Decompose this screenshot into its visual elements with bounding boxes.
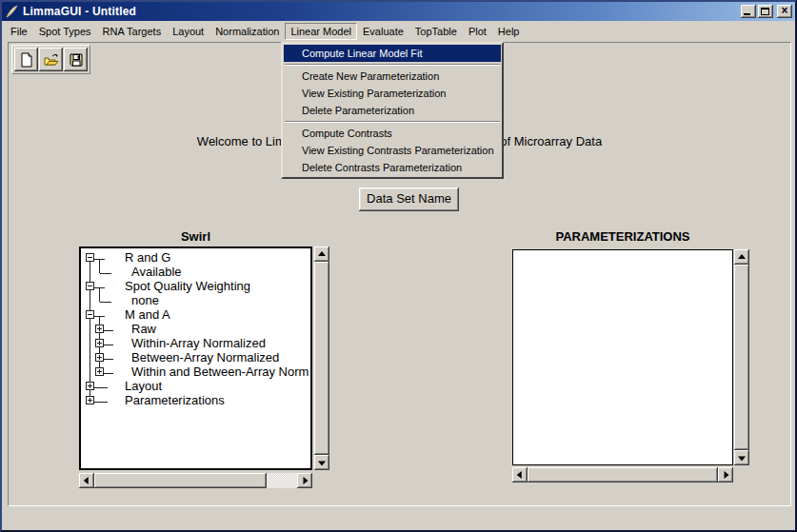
tree-expand-toggle[interactable] bbox=[86, 382, 94, 390]
tree-item[interactable]: Within and Between-Array Norm bbox=[81, 365, 310, 379]
tree-item[interactable]: Spot Quality Weighting bbox=[81, 279, 310, 293]
arrow-up-icon bbox=[738, 254, 746, 259]
app-feather-icon bbox=[5, 5, 19, 19]
maximize-icon bbox=[761, 8, 769, 15]
menu-item-delete-contrasts-parameterization[interactable]: Delete Contrasts Parameterization bbox=[284, 159, 501, 176]
menubar: File Spot Types RNA Targets Layout Norma… bbox=[2, 21, 795, 42]
data-set-name-button[interactable]: Data Set Name bbox=[359, 187, 459, 211]
parameterizations-listbox[interactable] bbox=[512, 249, 733, 465]
close-icon: × bbox=[777, 4, 792, 17]
left-horizontal-scrollbar[interactable] bbox=[79, 473, 312, 488]
arrow-left-icon bbox=[517, 471, 522, 479]
arrow-right-icon bbox=[304, 477, 309, 484]
dataset-tree-listbox[interactable]: R and G Available Spot Quality Weighting… bbox=[79, 246, 312, 470]
app-window: LimmaGUI - Untitled × File Spot Types RN… bbox=[0, 0, 797, 532]
save-floppy-icon bbox=[68, 51, 85, 69]
menu-item-view-existing-parameterization[interactable]: View Existing Parameterization bbox=[284, 85, 501, 102]
scroll-left-button[interactable] bbox=[512, 467, 528, 483]
scroll-up-button[interactable] bbox=[734, 249, 749, 265]
menu-spot-types[interactable]: Spot Types bbox=[33, 23, 97, 40]
menu-item-compute-linear-model-fit[interactable]: Compute Linear Model Fit bbox=[284, 45, 501, 62]
menu-separator bbox=[285, 121, 500, 123]
scroll-up-button[interactable] bbox=[314, 246, 329, 262]
menu-rna-targets[interactable]: RNA Targets bbox=[97, 23, 168, 40]
open-folder-icon bbox=[43, 51, 60, 69]
scroll-right-button[interactable] bbox=[297, 473, 312, 488]
scroll-left-button[interactable] bbox=[79, 473, 94, 488]
tree-item[interactable]: Layout bbox=[81, 379, 310, 393]
maximize-button[interactable] bbox=[758, 5, 773, 18]
arrow-down-icon bbox=[738, 457, 746, 462]
arrow-left-icon bbox=[84, 477, 89, 484]
scroll-thumb[interactable] bbox=[528, 467, 718, 483]
tree-item[interactable]: Parameterizations bbox=[81, 393, 310, 407]
scroll-thumb[interactable] bbox=[94, 473, 267, 488]
menu-evaluate[interactable]: Evaluate bbox=[357, 23, 409, 40]
dataset-tree: R and G Available Spot Quality Weighting… bbox=[81, 248, 310, 468]
open-file-button[interactable] bbox=[39, 48, 63, 71]
scroll-thumb[interactable] bbox=[314, 262, 329, 455]
tree-item[interactable]: none bbox=[81, 293, 310, 307]
minimize-button[interactable] bbox=[741, 5, 756, 18]
arrow-up-icon bbox=[318, 251, 326, 256]
tree-item[interactable]: Raw bbox=[81, 322, 310, 336]
new-document-icon bbox=[18, 51, 35, 69]
window-title: LimmaGUI - Untitled bbox=[23, 5, 739, 18]
linear-model-dropdown-menu: Compute Linear Model Fit Create New Para… bbox=[281, 42, 504, 179]
scroll-right-button[interactable] bbox=[718, 467, 733, 483]
tree-expand-toggle[interactable] bbox=[95, 367, 104, 376]
tree-item[interactable]: Available bbox=[81, 265, 310, 279]
menu-item-compute-contrasts[interactable]: Compute Contrasts bbox=[284, 125, 501, 142]
menu-file[interactable]: File bbox=[5, 23, 33, 40]
tree-item[interactable]: Between-Array Normalized bbox=[81, 350, 310, 365]
tree-expand-toggle[interactable] bbox=[86, 396, 94, 404]
menu-plot[interactable]: Plot bbox=[463, 23, 492, 40]
left-vertical-scrollbar[interactable] bbox=[314, 246, 329, 470]
tree-collapse-toggle[interactable] bbox=[86, 253, 94, 262]
titlebar[interactable]: LimmaGUI - Untitled × bbox=[2, 2, 795, 21]
tree-collapse-toggle[interactable] bbox=[86, 282, 94, 290]
arrow-down-icon bbox=[318, 462, 326, 466]
scroll-down-button[interactable] bbox=[734, 450, 749, 465]
scroll-thumb[interactable] bbox=[734, 265, 749, 450]
menu-item-delete-parameterization[interactable]: Delete Parameterization bbox=[284, 102, 501, 119]
left-panel-title: Swirl bbox=[79, 229, 312, 244]
arrow-right-icon bbox=[725, 471, 729, 479]
right-panel-title: PARAMETERIZATIONS bbox=[512, 229, 733, 244]
menu-help[interactable]: Help bbox=[492, 23, 526, 40]
scroll-track[interactable] bbox=[267, 473, 297, 488]
tree-expand-toggle[interactable] bbox=[95, 339, 104, 347]
tree-expand-toggle[interactable] bbox=[95, 325, 104, 333]
close-button[interactable]: × bbox=[777, 5, 792, 18]
right-vertical-scrollbar[interactable] bbox=[734, 249, 749, 465]
menu-item-create-new-parameterization[interactable]: Create New Parameterization bbox=[284, 68, 501, 85]
menu-linear-model[interactable]: Linear Model bbox=[285, 23, 357, 40]
menu-separator bbox=[285, 64, 500, 66]
toolbar bbox=[11, 45, 90, 74]
tree-item[interactable]: R and G bbox=[81, 250, 310, 265]
new-file-button[interactable] bbox=[14, 48, 38, 71]
menu-toptable[interactable]: TopTable bbox=[409, 23, 463, 40]
menu-layout[interactable]: Layout bbox=[167, 23, 209, 40]
menu-normalization[interactable]: Normalization bbox=[209, 23, 285, 40]
tree-item[interactable]: Within-Array Normalized bbox=[81, 336, 310, 350]
scroll-down-button[interactable] bbox=[314, 455, 329, 470]
menu-item-view-existing-contrasts-parameterization[interactable]: View Existing Contrasts Parameterization bbox=[284, 142, 501, 159]
minimize-icon bbox=[744, 13, 750, 15]
tree-item[interactable]: M and A bbox=[81, 307, 310, 322]
right-horizontal-scrollbar[interactable] bbox=[512, 467, 733, 483]
save-file-button[interactable] bbox=[64, 48, 88, 71]
tree-collapse-toggle[interactable] bbox=[86, 310, 94, 319]
tree-expand-toggle[interactable] bbox=[95, 353, 104, 362]
